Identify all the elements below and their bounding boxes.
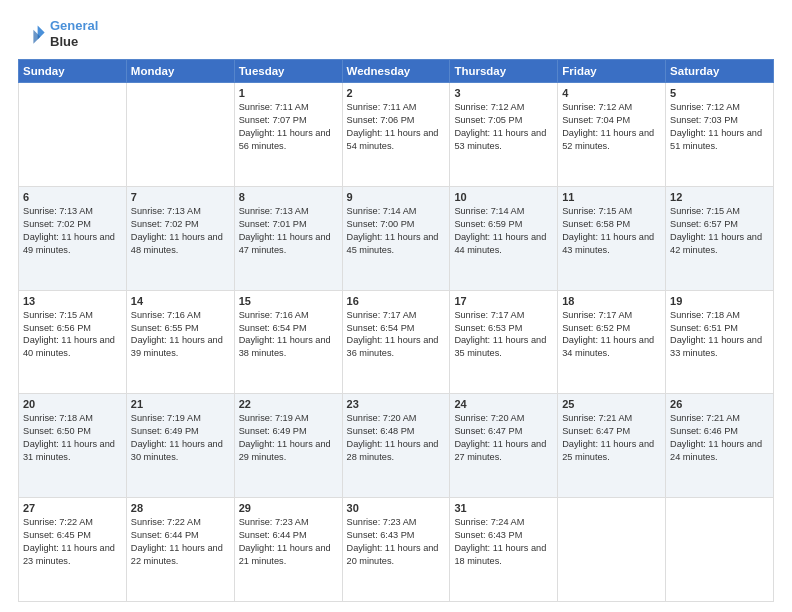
day-number: 16 — [347, 295, 446, 307]
day-info: Sunrise: 7:21 AM Sunset: 6:47 PM Dayligh… — [562, 412, 661, 464]
day-info: Sunrise: 7:11 AM Sunset: 7:07 PM Dayligh… — [239, 101, 338, 153]
calendar-day-cell: 20Sunrise: 7:18 AM Sunset: 6:50 PM Dayli… — [19, 394, 127, 498]
calendar-day-cell: 22Sunrise: 7:19 AM Sunset: 6:49 PM Dayli… — [234, 394, 342, 498]
calendar-day-cell: 19Sunrise: 7:18 AM Sunset: 6:51 PM Dayli… — [666, 290, 774, 394]
day-info: Sunrise: 7:11 AM Sunset: 7:06 PM Dayligh… — [347, 101, 446, 153]
day-info: Sunrise: 7:14 AM Sunset: 7:00 PM Dayligh… — [347, 205, 446, 257]
calendar-day-cell: 29Sunrise: 7:23 AM Sunset: 6:44 PM Dayli… — [234, 498, 342, 602]
day-number: 25 — [562, 398, 661, 410]
calendar-day-cell: 27Sunrise: 7:22 AM Sunset: 6:45 PM Dayli… — [19, 498, 127, 602]
calendar-day-cell: 24Sunrise: 7:20 AM Sunset: 6:47 PM Dayli… — [450, 394, 558, 498]
day-number: 3 — [454, 87, 553, 99]
day-number: 17 — [454, 295, 553, 307]
day-info: Sunrise: 7:13 AM Sunset: 7:01 PM Dayligh… — [239, 205, 338, 257]
calendar-body: 1Sunrise: 7:11 AM Sunset: 7:07 PM Daylig… — [19, 83, 774, 602]
calendar-day-cell: 1Sunrise: 7:11 AM Sunset: 7:07 PM Daylig… — [234, 83, 342, 187]
day-number: 9 — [347, 191, 446, 203]
day-number: 28 — [131, 502, 230, 514]
calendar-day-cell — [126, 83, 234, 187]
day-number: 8 — [239, 191, 338, 203]
day-number: 12 — [670, 191, 769, 203]
day-info: Sunrise: 7:15 AM Sunset: 6:56 PM Dayligh… — [23, 309, 122, 361]
day-info: Sunrise: 7:12 AM Sunset: 7:03 PM Dayligh… — [670, 101, 769, 153]
day-number: 18 — [562, 295, 661, 307]
day-info: Sunrise: 7:24 AM Sunset: 6:43 PM Dayligh… — [454, 516, 553, 568]
calendar-day-cell: 21Sunrise: 7:19 AM Sunset: 6:49 PM Dayli… — [126, 394, 234, 498]
day-info: Sunrise: 7:16 AM Sunset: 6:55 PM Dayligh… — [131, 309, 230, 361]
calendar-week-row: 6Sunrise: 7:13 AM Sunset: 7:02 PM Daylig… — [19, 186, 774, 290]
calendar-day-cell: 5Sunrise: 7:12 AM Sunset: 7:03 PM Daylig… — [666, 83, 774, 187]
calendar-day-cell: 2Sunrise: 7:11 AM Sunset: 7:06 PM Daylig… — [342, 83, 450, 187]
day-info: Sunrise: 7:23 AM Sunset: 6:44 PM Dayligh… — [239, 516, 338, 568]
day-number: 30 — [347, 502, 446, 514]
logo: General Blue — [18, 18, 98, 49]
calendar-day-cell: 25Sunrise: 7:21 AM Sunset: 6:47 PM Dayli… — [558, 394, 666, 498]
day-number: 7 — [131, 191, 230, 203]
day-info: Sunrise: 7:19 AM Sunset: 6:49 PM Dayligh… — [239, 412, 338, 464]
weekday-header-cell: Sunday — [19, 60, 127, 83]
calendar-day-cell: 13Sunrise: 7:15 AM Sunset: 6:56 PM Dayli… — [19, 290, 127, 394]
day-info: Sunrise: 7:22 AM Sunset: 6:44 PM Dayligh… — [131, 516, 230, 568]
day-info: Sunrise: 7:18 AM Sunset: 6:50 PM Dayligh… — [23, 412, 122, 464]
calendar-day-cell: 16Sunrise: 7:17 AM Sunset: 6:54 PM Dayli… — [342, 290, 450, 394]
day-number: 22 — [239, 398, 338, 410]
calendar-day-cell: 11Sunrise: 7:15 AM Sunset: 6:58 PM Dayli… — [558, 186, 666, 290]
logo-icon — [18, 20, 46, 48]
day-number: 4 — [562, 87, 661, 99]
calendar-day-cell: 9Sunrise: 7:14 AM Sunset: 7:00 PM Daylig… — [342, 186, 450, 290]
calendar-day-cell — [558, 498, 666, 602]
day-number: 14 — [131, 295, 230, 307]
day-number: 27 — [23, 502, 122, 514]
day-number: 15 — [239, 295, 338, 307]
day-info: Sunrise: 7:15 AM Sunset: 6:57 PM Dayligh… — [670, 205, 769, 257]
day-info: Sunrise: 7:19 AM Sunset: 6:49 PM Dayligh… — [131, 412, 230, 464]
day-info: Sunrise: 7:13 AM Sunset: 7:02 PM Dayligh… — [23, 205, 122, 257]
day-number: 19 — [670, 295, 769, 307]
calendar-day-cell: 7Sunrise: 7:13 AM Sunset: 7:02 PM Daylig… — [126, 186, 234, 290]
day-number: 29 — [239, 502, 338, 514]
day-number: 20 — [23, 398, 122, 410]
header: General Blue — [18, 18, 774, 49]
day-info: Sunrise: 7:20 AM Sunset: 6:47 PM Dayligh… — [454, 412, 553, 464]
calendar-day-cell: 10Sunrise: 7:14 AM Sunset: 6:59 PM Dayli… — [450, 186, 558, 290]
day-number: 13 — [23, 295, 122, 307]
weekday-header-cell: Monday — [126, 60, 234, 83]
weekday-header-cell: Thursday — [450, 60, 558, 83]
calendar-week-row: 13Sunrise: 7:15 AM Sunset: 6:56 PM Dayli… — [19, 290, 774, 394]
weekday-header-row: SundayMondayTuesdayWednesdayThursdayFrid… — [19, 60, 774, 83]
calendar-day-cell: 8Sunrise: 7:13 AM Sunset: 7:01 PM Daylig… — [234, 186, 342, 290]
logo-text: General Blue — [50, 18, 98, 49]
day-info: Sunrise: 7:22 AM Sunset: 6:45 PM Dayligh… — [23, 516, 122, 568]
day-info: Sunrise: 7:23 AM Sunset: 6:43 PM Dayligh… — [347, 516, 446, 568]
weekday-header-cell: Friday — [558, 60, 666, 83]
page: General Blue SundayMondayTuesdayWednesda… — [0, 0, 792, 612]
calendar-day-cell: 30Sunrise: 7:23 AM Sunset: 6:43 PM Dayli… — [342, 498, 450, 602]
day-info: Sunrise: 7:17 AM Sunset: 6:52 PM Dayligh… — [562, 309, 661, 361]
day-info: Sunrise: 7:18 AM Sunset: 6:51 PM Dayligh… — [670, 309, 769, 361]
calendar-day-cell: 15Sunrise: 7:16 AM Sunset: 6:54 PM Dayli… — [234, 290, 342, 394]
calendar-week-row: 1Sunrise: 7:11 AM Sunset: 7:07 PM Daylig… — [19, 83, 774, 187]
calendar-week-row: 27Sunrise: 7:22 AM Sunset: 6:45 PM Dayli… — [19, 498, 774, 602]
calendar-day-cell: 12Sunrise: 7:15 AM Sunset: 6:57 PM Dayli… — [666, 186, 774, 290]
day-info: Sunrise: 7:12 AM Sunset: 7:05 PM Dayligh… — [454, 101, 553, 153]
day-number: 11 — [562, 191, 661, 203]
day-number: 10 — [454, 191, 553, 203]
day-number: 1 — [239, 87, 338, 99]
day-info: Sunrise: 7:12 AM Sunset: 7:04 PM Dayligh… — [562, 101, 661, 153]
day-info: Sunrise: 7:16 AM Sunset: 6:54 PM Dayligh… — [239, 309, 338, 361]
calendar-day-cell: 4Sunrise: 7:12 AM Sunset: 7:04 PM Daylig… — [558, 83, 666, 187]
day-number: 6 — [23, 191, 122, 203]
calendar-day-cell — [666, 498, 774, 602]
calendar-day-cell: 26Sunrise: 7:21 AM Sunset: 6:46 PM Dayli… — [666, 394, 774, 498]
day-info: Sunrise: 7:13 AM Sunset: 7:02 PM Dayligh… — [131, 205, 230, 257]
weekday-header-cell: Saturday — [666, 60, 774, 83]
day-number: 21 — [131, 398, 230, 410]
day-number: 31 — [454, 502, 553, 514]
weekday-header-cell: Tuesday — [234, 60, 342, 83]
day-number: 26 — [670, 398, 769, 410]
calendar-day-cell: 23Sunrise: 7:20 AM Sunset: 6:48 PM Dayli… — [342, 394, 450, 498]
calendar-day-cell: 28Sunrise: 7:22 AM Sunset: 6:44 PM Dayli… — [126, 498, 234, 602]
calendar-day-cell: 31Sunrise: 7:24 AM Sunset: 6:43 PM Dayli… — [450, 498, 558, 602]
day-number: 23 — [347, 398, 446, 410]
calendar-day-cell: 18Sunrise: 7:17 AM Sunset: 6:52 PM Dayli… — [558, 290, 666, 394]
